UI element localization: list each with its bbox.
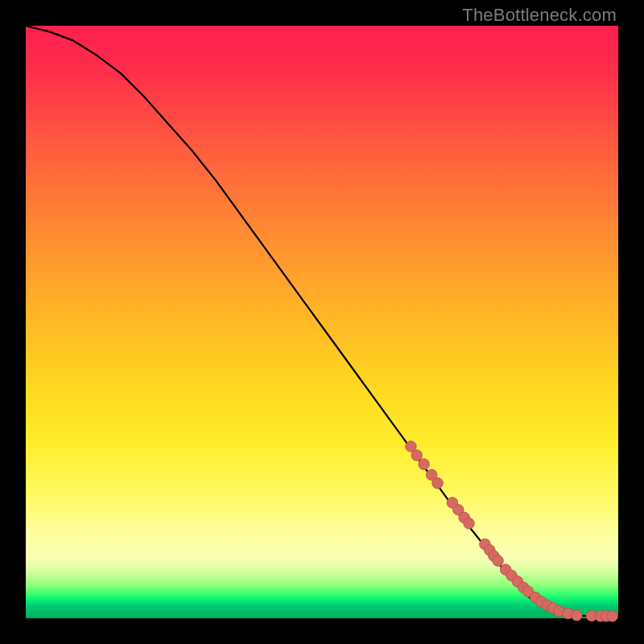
scatter-dot: [432, 477, 444, 489]
scatter-dot: [572, 610, 583, 621]
chart-stage: TheBottleneck.com: [0, 0, 644, 644]
watermark-label: TheBottleneck.com: [462, 5, 617, 26]
scatter-dots: [406, 441, 618, 621]
scatter-dot: [607, 611, 618, 622]
chart-overlay-svg: [26, 26, 618, 618]
scatter-dot: [493, 555, 504, 567]
scatter-dot: [411, 450, 423, 461]
scatter-dot: [464, 518, 475, 529]
gradient-plot-area: [26, 26, 618, 618]
scatter-dot: [419, 459, 430, 470]
bottleneck-curve: [26, 26, 618, 617]
